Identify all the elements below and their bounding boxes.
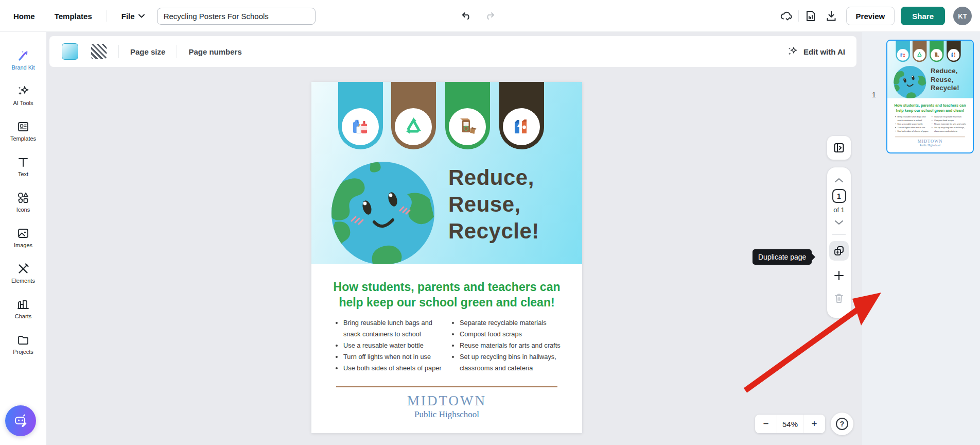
sidebar-item-projects[interactable]: Projects	[0, 328, 46, 360]
recycling-bin-cardboard[interactable]	[445, 82, 490, 149]
report-icon	[805, 10, 816, 22]
pattern-swatch[interactable]	[91, 43, 107, 60]
header-divider	[107, 10, 107, 22]
sidebar-item-templates[interactable]: Templates	[0, 114, 46, 147]
sidebar-item-icons[interactable]: Icons	[0, 185, 46, 218]
download-icon	[826, 10, 837, 22]
home-button[interactable]: Home	[13, 8, 35, 25]
recycling-bin-cartons[interactable]	[499, 82, 544, 149]
sidebar-item-elements[interactable]: Elements	[0, 256, 46, 289]
canvas-area: Page size Page numbers Edit with AI	[46, 32, 862, 445]
bullet-item: Use a reusable water bottle	[343, 340, 444, 351]
toolbar-divider	[177, 45, 177, 58]
bullet-item: Turn off lights when not in use	[343, 351, 444, 363]
undo-button[interactable]	[460, 9, 473, 23]
recycling-bin-compost[interactable]	[391, 82, 436, 149]
poster-background[interactable]: Reduce, Reuse, Recycle!	[311, 82, 582, 264]
bullet-item: Separate recyclable materials	[460, 317, 568, 329]
page-thumbnail[interactable]: Reduce, Reuse, Recycle! How students, pa…	[886, 40, 974, 153]
design-title-input[interactable]	[157, 8, 316, 25]
question-mark-icon: ?	[836, 418, 848, 430]
chart-icon	[16, 298, 30, 311]
sidebar-label: Icons	[16, 207, 30, 213]
current-page-indicator[interactable]: 1	[832, 189, 846, 203]
design-page[interactable]: Reduce, Reuse, Recycle! How students, pa…	[311, 82, 582, 433]
zoom-in-button[interactable]: +	[803, 415, 825, 433]
sidebar-item-images[interactable]: Images	[0, 221, 46, 253]
school-logo[interactable]: MIDTOWN Public Highschool	[311, 393, 582, 420]
sidebar-item-ai-tools[interactable]: AI Tools	[0, 79, 46, 111]
cartons-icon	[511, 116, 532, 138]
poster-heading-text[interactable]: How students, parents and teachers can h…	[311, 279, 582, 310]
logo-subtitle: Public Highschool	[311, 409, 582, 420]
cloud-save-button[interactable]	[780, 9, 793, 23]
next-page-button[interactable]	[834, 217, 844, 228]
download-button[interactable]	[825, 9, 838, 23]
ai-assistant-button[interactable]	[5, 405, 36, 436]
text-icon	[16, 156, 30, 169]
chevron-up-icon	[834, 178, 844, 183]
object-panel-sidebar: Brand Kit AI Tools Templates Text Icons …	[0, 32, 46, 445]
cardboard-boxes-icon	[457, 116, 478, 138]
shapes-icon	[16, 191, 30, 204]
templates-button[interactable]: Templates	[55, 8, 92, 25]
edit-with-ai-label: Edit with AI	[803, 47, 845, 56]
undo-icon	[461, 10, 472, 22]
poster-heading-line: How students, parents and teachers can	[311, 279, 582, 295]
tooltip-label: Duplicate page	[758, 253, 806, 261]
page-numbers-button[interactable]: Page numbers	[188, 47, 241, 56]
page-count-label: of 1	[833, 206, 845, 214]
duplicate-page-button[interactable]	[829, 241, 849, 261]
poster-title-text[interactable]: Reduce, Reuse, Recycle!	[448, 164, 539, 245]
sidebar-item-charts[interactable]: Charts	[0, 292, 46, 324]
bullet-item: Bring reusable lunch bags and snack cont…	[343, 317, 444, 340]
cartons-icon	[950, 52, 957, 58]
poster-title-line: Recycle!	[448, 218, 539, 245]
delete-page-button[interactable]	[833, 290, 845, 306]
sidebar-item-text[interactable]: Text	[0, 150, 46, 182]
poster-body[interactable]: How students, parents and teachers can h…	[311, 264, 582, 433]
recycling-bin-plastic[interactable]	[338, 82, 383, 149]
page-size-button[interactable]: Page size	[130, 47, 165, 56]
pill-divider	[832, 234, 846, 235]
duplicate-page-icon	[833, 245, 845, 256]
sidebar-label: Elements	[11, 278, 35, 284]
background-color-swatch[interactable]	[62, 43, 78, 60]
top-bar: Home Templates File	[0, 0, 980, 32]
edit-with-ai-button[interactable]: Edit with AI	[787, 46, 845, 57]
chevron-down-icon	[138, 14, 145, 18]
expand-pages-panel-button[interactable]	[827, 136, 851, 160]
page-thumbnail-preview: Reduce, Reuse, Recycle! How students, pa…	[887, 41, 973, 151]
help-button[interactable]: ?	[831, 413, 853, 435]
previous-page-button[interactable]	[834, 175, 844, 186]
sidebar-label: Projects	[13, 349, 33, 355]
context-toolbar: Page size Page numbers Edit with AI	[49, 36, 856, 67]
avatar[interactable]: KT	[953, 7, 972, 25]
earth-character[interactable]	[330, 160, 436, 266]
earth-character	[893, 65, 926, 99]
zoom-out-button[interactable]: −	[755, 415, 777, 433]
preview-button[interactable]: Preview	[846, 7, 895, 25]
poster-bullet-columns[interactable]: Bring reusable lunch bags and snack cont…	[335, 317, 568, 374]
poster-bullets-right: Separate recyclable materials Compost fo…	[451, 317, 568, 374]
poster-title-line: Reduce,	[448, 164, 539, 191]
trash-icon	[833, 293, 845, 304]
file-menu-button[interactable]: File	[121, 12, 145, 21]
expand-panel-icon	[833, 142, 845, 153]
templates-icon	[16, 120, 30, 133]
sidebar-label: AI Tools	[13, 100, 33, 106]
poster-divider-line[interactable]	[336, 386, 557, 387]
recycle-arrows-icon	[916, 52, 923, 58]
sparkle-icon	[787, 46, 798, 57]
elements-icon	[16, 262, 30, 276]
bullet-item: Set up recycling bins in hallways, class…	[460, 351, 568, 374]
zoom-level-value[interactable]: 54%	[777, 415, 803, 433]
insights-button[interactable]	[804, 9, 817, 23]
folder-icon	[16, 333, 30, 347]
duplicate-page-tooltip: Duplicate page	[752, 249, 812, 265]
share-button[interactable]: Share	[901, 7, 945, 25]
logo-title: MIDTOWN	[311, 393, 582, 409]
add-page-button[interactable]	[833, 268, 845, 283]
redo-button[interactable]	[483, 9, 497, 23]
sidebar-item-brand-kit[interactable]: Brand Kit	[0, 43, 46, 76]
